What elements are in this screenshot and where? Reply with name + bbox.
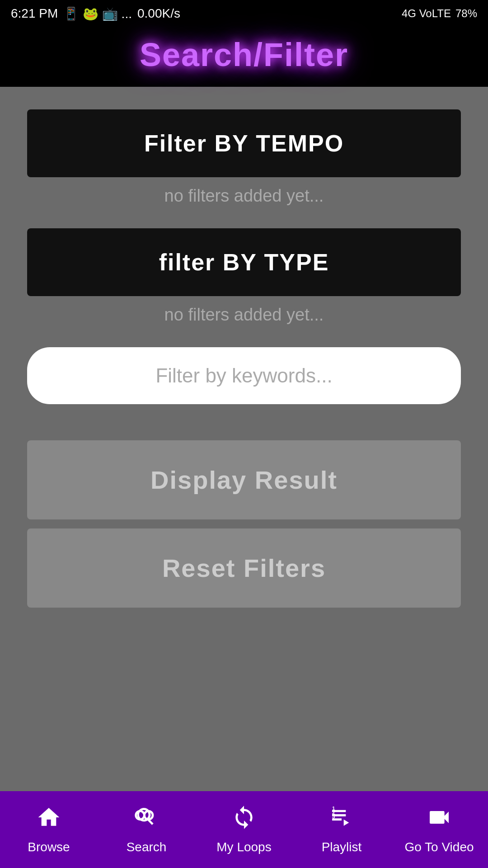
status-time: 6:21 PM [11, 6, 58, 21]
page-title: Search/Filter [0, 36, 488, 73]
filter-tempo-button[interactable]: Filter BY TEMPO [27, 109, 461, 177]
nav-gotovideo-label: Go To Video [404, 840, 474, 854]
header: Search/Filter [0, 27, 488, 87]
loops-icon [231, 805, 257, 835]
nav-search[interactable]: Search [98, 791, 195, 868]
video-icon [427, 805, 452, 835]
nav-browse[interactable]: Browse [0, 791, 98, 868]
main-content: Filter BY TEMPO no filters added yet... … [0, 87, 488, 630]
status-battery: 78% [455, 7, 477, 20]
keywords-input[interactable] [27, 347, 461, 404]
filter-type-button[interactable]: filter BY TYPE [27, 228, 461, 296]
nav-playlist[interactable]: 1 2 3 Playlist [293, 791, 390, 868]
svg-text:3: 3 [332, 813, 335, 819]
nav-myloops-label: My Loops [216, 840, 271, 854]
tempo-no-filters: no filters added yet... [27, 186, 461, 206]
nav-gotovideo[interactable]: Go To Video [390, 791, 488, 868]
type-no-filters: no filters added yet... [27, 305, 461, 325]
status-icons: 📱 🐸 📺 ... [63, 6, 132, 21]
status-network-speed: 0.00K/s [137, 6, 180, 21]
search-icon [134, 805, 159, 835]
nav-playlist-label: Playlist [322, 840, 362, 854]
nav-search-label: Search [127, 840, 167, 854]
bottom-nav: Browse Search My Loops 1 [0, 791, 488, 868]
status-network-type: 4G VoLTE [402, 7, 451, 20]
status-left: 6:21 PM 📱 🐸 📺 ... 0.00K/s [11, 6, 180, 21]
nav-myloops[interactable]: My Loops [195, 791, 293, 868]
svg-rect-2 [143, 814, 145, 816]
status-bar: 6:21 PM 📱 🐸 📺 ... 0.00K/s 4G VoLTE 78% [0, 0, 488, 27]
home-icon [36, 805, 61, 835]
keywords-input-wrapper [27, 347, 461, 404]
display-result-button[interactable]: Display Result [27, 440, 461, 519]
playlist-icon: 1 2 3 [329, 805, 354, 835]
reset-filters-button[interactable]: Reset Filters [27, 528, 461, 608]
nav-browse-label: Browse [28, 840, 70, 854]
status-right: 4G VoLTE 78% [402, 7, 477, 20]
